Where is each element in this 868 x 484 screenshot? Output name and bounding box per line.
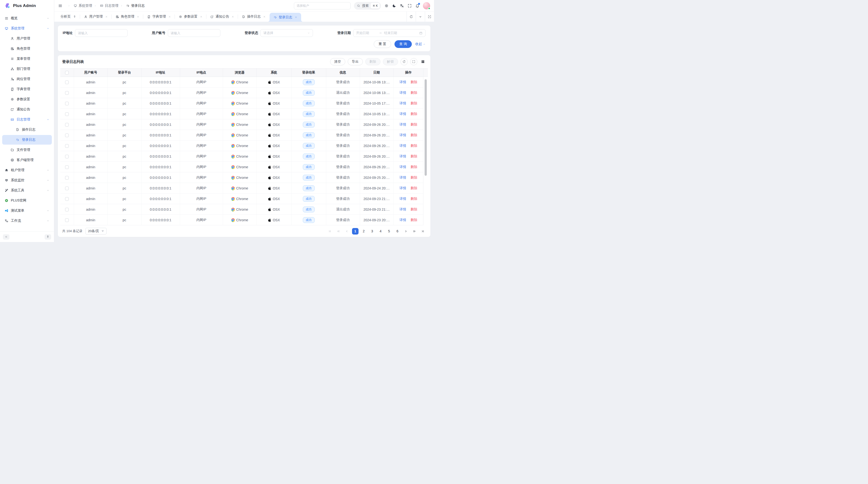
sidebar-item[interactable]: 操作日志 [2, 125, 52, 134]
page-size-select[interactable]: 20条/页 [85, 228, 106, 234]
detail-link[interactable]: 详情 [400, 197, 406, 200]
sidebar-item[interactable]: 系统管理 [2, 24, 52, 33]
export-button[interactable]: 导出 [348, 58, 363, 65]
page-tab[interactable]: 登录日志 [270, 13, 301, 22]
delete-link[interactable]: 删除 [411, 112, 417, 116]
sidebar-item[interactable]: 字典管理 [2, 84, 52, 94]
tab-close-icon[interactable] [105, 15, 108, 18]
page-tab[interactable]: 角色管理 [112, 11, 143, 22]
delete-link[interactable]: 删除 [411, 133, 417, 137]
page-number-button[interactable]: 3 [369, 228, 375, 234]
row-checkbox[interactable] [65, 218, 69, 222]
page-tab[interactable]: 字典管理 [143, 11, 175, 22]
sidebar-item[interactable]: 参数设置 [2, 95, 52, 104]
tabs-refresh-button[interactable] [406, 11, 416, 22]
page-tab[interactable]: 操作日志 [238, 11, 270, 22]
prev-page-button[interactable] [344, 228, 350, 234]
page-number-button[interactable]: 4 [377, 228, 384, 234]
row-checkbox[interactable] [65, 91, 69, 95]
page-tab[interactable]: 参数设置 [175, 11, 207, 22]
fullscreen-icon[interactable] [407, 4, 412, 8]
tab-close-icon[interactable] [263, 15, 266, 18]
sidebar-item[interactable]: 用户管理 [2, 34, 52, 43]
detail-link[interactable]: 详情 [400, 123, 406, 126]
date-range-picker[interactable]: 开始日期 结束日期 [353, 29, 426, 37]
delete-link[interactable]: 删除 [411, 165, 417, 169]
sidebar-item[interactable]: 系统工具 [2, 186, 52, 195]
detail-link[interactable]: 详情 [400, 101, 406, 105]
tab-close-icon[interactable] [200, 15, 203, 18]
row-checkbox[interactable] [65, 208, 69, 212]
row-checkbox[interactable] [65, 144, 69, 148]
breadcrumb-item[interactable]: 系统管理 [66, 4, 92, 8]
page-number-button[interactable]: 5 [386, 228, 392, 234]
last-page-button[interactable] [420, 228, 426, 234]
delete-link[interactable]: 删除 [411, 218, 417, 222]
delete-link[interactable]: 删除 [411, 175, 417, 179]
sidebar-item[interactable]: 角色管理 [2, 44, 52, 54]
query-button[interactable]: 查 询 [395, 40, 412, 48]
first-page-button[interactable] [327, 228, 333, 234]
delete-link[interactable]: 删除 [411, 144, 417, 148]
notifications-button[interactable] [415, 4, 420, 8]
sidebar-item[interactable]: 日志管理 [2, 115, 52, 124]
detail-link[interactable]: 详情 [400, 175, 406, 179]
collapse-filter-link[interactable]: 收起 [415, 42, 426, 46]
detail-link[interactable]: 详情 [400, 80, 406, 84]
sidebar-item[interactable]: 租户管理 [2, 165, 52, 175]
sidebar-item[interactable]: 测试菜单 [2, 206, 52, 216]
sidebar-item[interactable]: 岗位管理 [2, 74, 52, 84]
detail-link[interactable]: 详情 [400, 186, 406, 190]
jump-back-button[interactable] [335, 228, 342, 234]
delete-link[interactable]: 删除 [411, 80, 417, 84]
detail-link[interactable]: 详情 [400, 133, 406, 137]
row-checkbox[interactable] [65, 133, 69, 137]
ip-input[interactable] [75, 29, 128, 37]
tab-close-icon[interactable] [168, 15, 171, 18]
delete-link[interactable]: 删除 [411, 91, 417, 95]
status-select[interactable]: 请选择 [260, 29, 313, 37]
sidebar-pin-button[interactable] [44, 234, 51, 239]
menu-toggle-icon[interactable] [58, 4, 62, 8]
tab-close-icon[interactable] [231, 15, 234, 18]
sidebar-collapse-button[interactable] [3, 234, 9, 239]
detail-link[interactable]: 详情 [400, 165, 406, 169]
row-checkbox[interactable] [65, 102, 69, 105]
row-checkbox[interactable] [65, 112, 69, 116]
row-checkbox[interactable] [65, 197, 69, 201]
sidebar-item[interactable]: 登录日志 [2, 135, 52, 144]
page-tab[interactable]: 分析页 [57, 11, 80, 22]
scrollbar-thumb[interactable] [425, 79, 427, 176]
next-page-button[interactable] [403, 228, 409, 234]
detail-link[interactable]: 详情 [400, 154, 406, 158]
settings-gear-icon[interactable] [384, 4, 389, 8]
reset-button[interactable]: 重 置 [374, 40, 391, 48]
table-expand-button[interactable] [410, 58, 417, 65]
table-refresh-button[interactable] [401, 58, 408, 65]
user-avatar[interactable] [423, 2, 430, 9]
row-checkbox[interactable] [65, 176, 69, 180]
row-checkbox[interactable] [65, 80, 69, 84]
delete-link[interactable]: 删除 [411, 123, 417, 126]
sidebar-item[interactable]: 工作流 [2, 216, 52, 226]
unlock-button[interactable]: 解锁 [383, 58, 398, 65]
delete-link[interactable]: 删除 [411, 197, 417, 200]
sidebar-item[interactable]: 菜单管理 [2, 54, 52, 64]
delete-link[interactable]: 删除 [411, 101, 417, 105]
sidebar-item[interactable]: 概览 [2, 13, 52, 23]
sidebar-item[interactable]: 系统监控 [2, 175, 52, 185]
row-checkbox[interactable] [65, 165, 69, 169]
detail-link[interactable]: 详情 [400, 207, 406, 211]
detail-link[interactable]: 详情 [400, 112, 406, 116]
page-number-button[interactable]: 1 [352, 228, 359, 234]
page-tab[interactable]: 通知公告 [207, 11, 238, 22]
detail-link[interactable]: 详情 [400, 91, 406, 95]
breadcrumb-item[interactable]: 日志管理 [92, 4, 118, 8]
detail-link[interactable]: 详情 [400, 218, 406, 222]
tab-close-icon[interactable] [137, 15, 140, 18]
account-input[interactable] [168, 29, 220, 37]
delete-button[interactable]: 删除 [365, 58, 380, 65]
sidebar-item[interactable]: 部门管理 [2, 64, 52, 74]
tab-close-icon[interactable] [294, 16, 297, 19]
tabs-fullscreen-button[interactable] [425, 11, 434, 22]
